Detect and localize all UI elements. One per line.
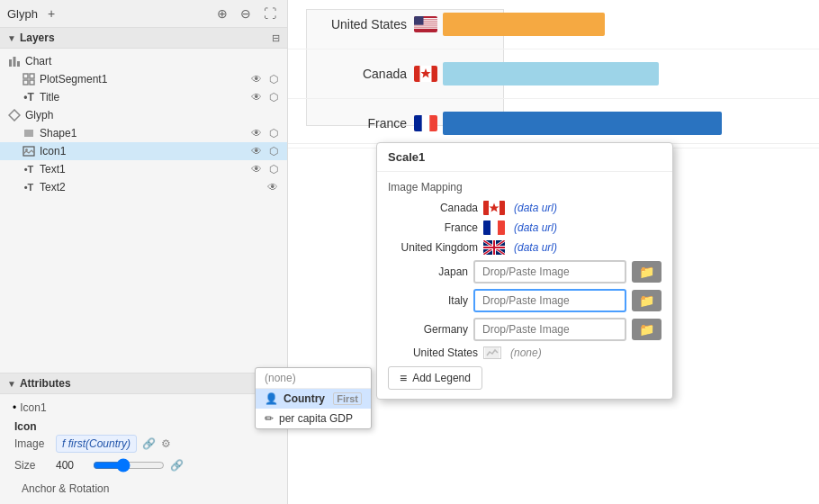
layer-item-text2[interactable]: •T Text2 👁 [0,178,287,196]
layer-text2-actions: 👁 [266,180,280,194]
dropdown-item-gdp[interactable]: ✏ per capita GDP [256,409,371,428]
svg-point-10 [25,148,28,151]
mapping-row-france: France (data url) [388,220,662,235]
mapping-row-canada: Canada (data url) [388,201,662,215]
layer-item-icon1[interactable]: Icon1 👁 ⬡ [0,142,287,160]
layers-collapse-icon[interactable]: ⊟ [272,32,280,44]
svg-rect-18 [414,16,424,25]
svg-rect-3 [23,74,28,78]
layer-item-text1[interactable]: •T Text1 👁 ⬡ [0,160,287,178]
flag-us-chart [414,16,437,32]
left-panel: Glyph + ⊕ ⊖ ⛶ ▼ Layers ⊟ Chart [0,0,288,504]
image-value-chip[interactable]: f first(Country) [56,435,137,453]
mapping-row-uk: United Kingdom (data url) [388,240,662,255]
fullscreen-button[interactable]: ⛶ [260,4,280,22]
scale-section-title: Image Mapping [388,181,662,194]
flag-ca-chart [414,66,437,82]
attr-content: • Icon1 Icon Image f first(Country) 🔗 ⚙ … [0,394,287,504]
mapping-row-italy: Italy 📁 [388,289,662,312]
svg-rect-25 [414,115,422,131]
flag-fr-chart [414,115,437,131]
add-legend-button[interactable]: ≡ Add Legend [388,366,482,390]
layer-item-glyph[interactable]: Glyph [0,106,287,124]
image-link-btn[interactable]: 🔗 [142,437,156,450]
mapping-value-us: (none) [510,346,662,359]
text1-delete-btn[interactable]: ⬡ [267,162,280,176]
scale-modal-header: Scale1 [377,143,672,172]
scale-modal: Scale1 Image Mapping Canada (data url) F… [376,142,673,400]
bar-ca [443,62,659,86]
size-slider[interactable] [93,458,165,472]
legend-icon: ≡ [400,371,407,385]
text2-visibility-btn[interactable]: 👁 [266,180,280,194]
mapping-row-germany: Germany 📁 [388,318,662,341]
image-settings-btn[interactable]: ⚙ [161,437,171,450]
layers-toggle-icon: ▼ [7,33,16,43]
layer-item-title[interactable]: •T Title 👁 ⬡ [0,88,287,106]
italy-drop-input[interactable] [473,289,626,312]
svg-rect-27 [483,201,489,215]
japan-drop-input[interactable] [473,260,626,284]
zoom-in-button[interactable]: ⊕ [213,4,231,22]
layer-shape1-label: Shape1 [40,127,249,140]
layer-title-actions: 👁 ⬡ [249,90,280,104]
layer-item-chart[interactable]: Chart [0,52,287,70]
plotsegment-delete-btn[interactable]: ⬡ [267,72,280,86]
mapping-row-japan: Japan 📁 [388,260,662,284]
dropdown-item-country[interactable]: 👤 Country First [256,389,371,409]
image-label: Image [14,437,50,450]
mapping-value-canada: (data url) [514,202,662,214]
chart-row-us: United States [288,0,819,50]
layer-chart-label: Chart [25,55,280,68]
mapping-label-italy: Italy [388,294,468,307]
anchor-row: Anchor & Rotation [7,478,280,499]
italy-file-btn[interactable]: 📁 [632,290,662,311]
icon1-delete-btn[interactable]: ⬡ [267,144,280,158]
size-link-btn[interactable]: 🔗 [170,459,184,472]
country-person-icon: 👤 [265,392,278,405]
title-visibility-btn[interactable]: 👁 [249,90,264,104]
plotsegment-visibility-btn[interactable]: 👁 [249,72,264,86]
svg-rect-0 [9,59,12,67]
pencil-icon: ✏ [265,412,274,425]
dropdown-country-label: Country [284,392,325,405]
shape1-delete-btn[interactable]: ⬡ [267,126,280,140]
italy-input-row: 📁 [473,289,662,312]
layers-section-header[interactable]: ▼ Layers ⊟ [0,28,287,49]
mapping-label-japan: Japan [388,266,468,278]
japan-file-btn[interactable]: 📁 [632,261,662,283]
attr-icon1-row: • Icon1 [7,400,280,416]
icon-section-label: Icon [7,416,280,435]
icon1-visibility-btn[interactable]: 👁 [249,144,264,158]
svg-rect-16 [414,25,437,26]
layers-title: Layers [20,32,272,44]
layer-item-shape1[interactable]: Shape1 👁 ⬡ [0,124,287,142]
text2-icon: •T [22,180,36,194]
image-icon [22,144,36,158]
layer-title-label: Title [40,91,249,104]
svg-rect-17 [414,27,437,28]
text1-icon: •T [22,162,36,176]
germany-file-btn[interactable]: 📁 [632,319,662,340]
zoom-out-button[interactable]: ⊖ [237,4,255,22]
svg-rect-32 [483,220,490,235]
scale-title: Scale1 [388,150,425,164]
mapping-label-france: France [388,221,478,234]
mapping-label-us: United States [388,346,478,359]
shape1-visibility-btn[interactable]: 👁 [249,126,264,140]
size-value: 400 [56,459,87,472]
add-legend-container: ≡ Add Legend [388,366,662,390]
layer-item-plotsegment[interactable]: PlotSegment1 👁 ⬡ [0,70,287,88]
attributes-header[interactable]: ▼ Attributes [0,374,287,394]
dropdown-none-option[interactable]: (none) [256,368,371,388]
title-delete-btn[interactable]: ⬡ [267,90,280,104]
layer-text2-label: Text2 [40,181,266,194]
text1-visibility-btn[interactable]: 👁 [249,162,264,176]
add-glyph-button[interactable]: + [43,4,59,23]
glyph-toolbar: Glyph + ⊕ ⊖ ⛶ [0,0,287,28]
svg-rect-4 [30,74,34,78]
chart-icon [7,54,22,68]
germany-drop-input[interactable] [473,318,626,341]
mapping-row-us: United States (none) [388,346,662,359]
us-image-placeholder [483,346,501,359]
